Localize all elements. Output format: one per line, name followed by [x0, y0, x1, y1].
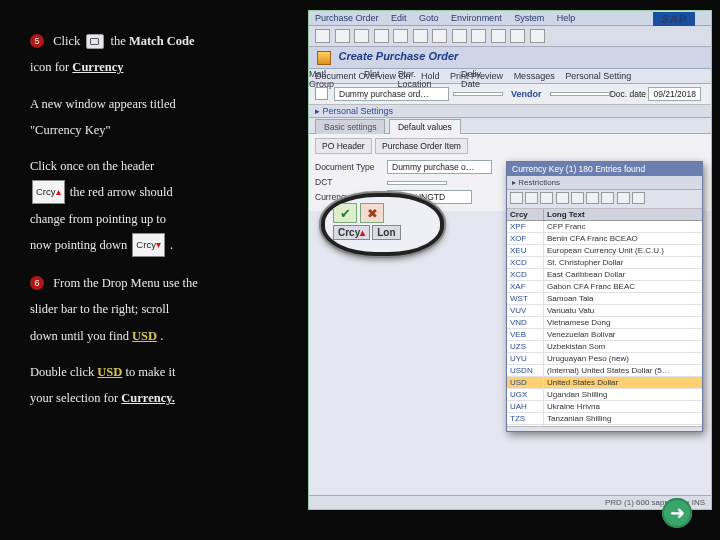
sort-icon[interactable]	[540, 192, 553, 204]
popup-toolbar	[507, 190, 702, 209]
txt: slider bar to the right; scroll	[30, 302, 169, 316]
list-item[interactable]: WSTSamoan Tala	[507, 293, 702, 305]
tb-btn[interactable]: Messages	[514, 71, 555, 81]
cancel-icon[interactable]: ✖	[360, 203, 384, 223]
close-icon[interactable]	[632, 192, 645, 204]
sum-icon[interactable]	[571, 192, 584, 204]
txt: Click	[53, 34, 83, 48]
menu-item[interactable]: System	[514, 13, 544, 23]
print-icon[interactable]	[413, 29, 428, 43]
menu-item[interactable]: Environment	[451, 13, 502, 23]
menu-item[interactable]: Edit	[391, 13, 407, 23]
list-item[interactable]: UYUUruguayan Peso (new)	[507, 353, 702, 365]
col-crcy[interactable]: Crcy▴	[333, 225, 370, 240]
next-slide-button[interactable]: ➜	[662, 498, 692, 528]
crcy-header-up: Crcy▴	[32, 180, 65, 204]
txt: the red arrow should	[70, 185, 173, 199]
popup-header-row: Crcy Long Text	[507, 209, 702, 221]
cancel-icon[interactable]	[393, 29, 408, 43]
txt: Click once on the header	[30, 159, 154, 173]
subtab-header[interactable]: PO Header	[315, 138, 372, 154]
last-icon[interactable]	[510, 29, 525, 43]
cube-icon	[317, 51, 331, 65]
list-item[interactable]: VUVVanuatu Vatu	[507, 305, 702, 317]
txt: change from pointing up to	[30, 212, 166, 226]
check-icon[interactable]: ✔	[333, 203, 357, 223]
po-number-field[interactable]	[453, 92, 503, 96]
instruction-panel: 5 Click the Match Code icon for Currency…	[0, 0, 300, 540]
txt: "Currency Key"	[30, 123, 111, 137]
list-item[interactable]: XCDEast Caribbean Dollar	[507, 269, 702, 281]
list-item[interactable]: UGXUgandan Shilling	[507, 389, 702, 401]
first-icon[interactable]	[452, 29, 467, 43]
tb-btn[interactable]: Personal Setting	[565, 71, 631, 81]
filter-icon[interactable]	[525, 192, 538, 204]
list-item[interactable]: TZSTanzanian Shilling	[507, 413, 702, 425]
list-item[interactable]: UZSUzbekistan Som	[507, 341, 702, 353]
find-icon[interactable]	[556, 192, 569, 204]
list-item[interactable]: USDN(Internal) United States Dollar (5…	[507, 365, 702, 377]
txt: now pointing down	[30, 238, 130, 252]
list-item[interactable]: USDUnited States Dollar5	[507, 377, 702, 389]
find-icon[interactable]	[432, 29, 447, 43]
dct-field[interactable]	[387, 181, 447, 185]
doctype-field[interactable]: Dummy purchase o…	[387, 160, 492, 174]
subtab-item[interactable]: Purchase Order Item	[375, 138, 468, 154]
magnifier-lens: ✔ ✖ Crcy▴ Lon	[321, 193, 444, 256]
currency-link: Currency	[72, 60, 123, 74]
list-item[interactable]: XPFCFP Franc	[507, 221, 702, 233]
list-item[interactable]: XCDSt. Christopher Dollar	[507, 257, 702, 269]
col-crcy[interactable]: Crcy	[507, 209, 544, 220]
step-badge-5: 5	[30, 34, 44, 48]
ok-icon[interactable]	[315, 29, 330, 43]
popup-list[interactable]: XPFCFP FrancXOFBenin CFA Franc BCEAOXEUE…	[507, 221, 702, 427]
list-item[interactable]: VEBVenezuelan Bolivar	[507, 329, 702, 341]
personal-settings-bar: ▸ Personal Settings	[309, 105, 711, 118]
docdate-field[interactable]: 09/21/2018	[648, 87, 701, 101]
back-icon[interactable]	[354, 29, 369, 43]
print-icon[interactable]	[601, 192, 614, 204]
vendor-field[interactable]	[550, 92, 610, 96]
list-item[interactable]: XOFBenin CFA Franc BCEAO	[507, 233, 702, 245]
toolbar-secondary: Document Overview On Hold Print Preview …	[309, 69, 711, 84]
grid-cols: Matl GroupPlntStor. LocationDeliv. Date	[309, 69, 505, 89]
tab-basic[interactable]: Basic settings	[315, 119, 385, 134]
col-longtext[interactable]: Long Text	[544, 209, 702, 220]
export-icon[interactable]	[586, 192, 599, 204]
txt: icon for	[30, 60, 72, 74]
usd-link: USD	[132, 329, 157, 343]
list-item[interactable]: VNDVietnamese Dong	[507, 317, 702, 329]
match-code-icon	[86, 34, 104, 49]
screenshot-panel: Purchase Order Edit Goto Environment Sys…	[300, 0, 720, 540]
docdate-label: Doc. date	[610, 89, 646, 99]
usd-link-2: USD	[97, 365, 122, 379]
list-item[interactable]: UAHUkraine Hrivna	[507, 401, 702, 413]
popup-footer	[507, 427, 702, 431]
expand-icon[interactable]	[315, 87, 328, 100]
menubar: Purchase Order Edit Goto Environment Sys…	[309, 11, 711, 26]
check-icon[interactable]	[510, 192, 523, 204]
help-icon[interactable]	[530, 29, 545, 43]
next-icon[interactable]	[491, 29, 506, 43]
menu-item[interactable]: Goto	[419, 13, 439, 23]
page-title: Create Purchase Order	[339, 50, 459, 62]
list-item[interactable]: XAFGabon CFA Franc BEAC	[507, 281, 702, 293]
bold-matchcode: Match Code	[129, 34, 195, 48]
vendor-label: Vendor	[511, 89, 542, 99]
toolbar-primary	[309, 26, 711, 47]
tab-default[interactable]: Default values	[389, 119, 461, 134]
list-item[interactable]: XEUEuropean Currency Unit (E.C.U.)	[507, 245, 702, 257]
layout-icon[interactable]	[617, 192, 630, 204]
crcy-header-down: Crcy▾	[132, 233, 165, 257]
save-icon[interactable]	[335, 29, 350, 43]
col-long[interactable]: Lon	[372, 225, 400, 240]
currency-link-2: Currency.	[121, 391, 175, 405]
txt: down until you find	[30, 329, 132, 343]
menu-item[interactable]: Help	[557, 13, 576, 23]
currency-popup: Currency Key (1) 180 Entries found ▸ Res…	[506, 161, 703, 432]
prev-icon[interactable]	[471, 29, 486, 43]
txt: the	[110, 34, 128, 48]
exit-icon[interactable]	[374, 29, 389, 43]
txt: Double click	[30, 365, 97, 379]
menu-item[interactable]: Purchase Order	[315, 13, 379, 23]
